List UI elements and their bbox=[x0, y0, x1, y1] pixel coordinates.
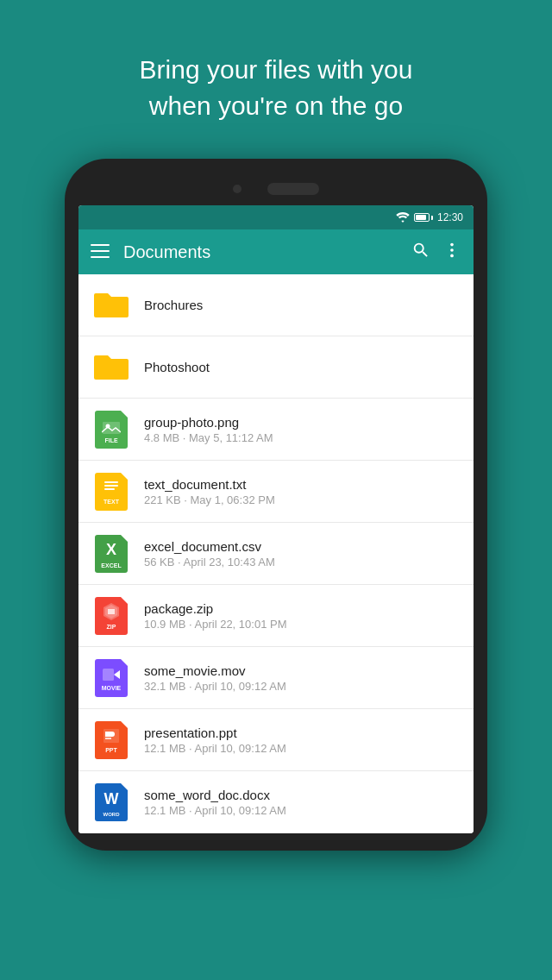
file-icon: File bbox=[92, 411, 130, 449]
svg-rect-8 bbox=[104, 481, 118, 483]
svg-marker-12 bbox=[114, 670, 120, 679]
item-meta: 12.1 MB · April 10, 09:12 AM bbox=[144, 804, 460, 817]
battery-icon bbox=[414, 213, 433, 222]
phone-top-bar bbox=[78, 176, 474, 205]
item-name: group-photo.png bbox=[144, 415, 460, 430]
svg-rect-10 bbox=[104, 488, 115, 490]
toolbar: Documents bbox=[78, 229, 474, 274]
item-text: excel_document.csv 56 KB · April 23, 10:… bbox=[144, 539, 460, 569]
item-name: excel_document.csv bbox=[144, 539, 460, 554]
file-icon: W Word bbox=[92, 783, 130, 821]
toolbar-title: Documents bbox=[123, 242, 398, 262]
list-item[interactable]: Photoshoot bbox=[78, 336, 474, 399]
item-name: Photoshoot bbox=[144, 360, 460, 374]
phone-mockup: 12:30 Documents bbox=[65, 159, 487, 851]
speaker bbox=[267, 183, 319, 195]
status-icons: 12:30 bbox=[396, 211, 463, 223]
svg-rect-2 bbox=[91, 256, 110, 258]
phone-screen: 12:30 Documents bbox=[78, 205, 474, 833]
svg-rect-9 bbox=[104, 485, 118, 487]
item-meta: 32.1 MB · April 10, 09:12 AM bbox=[144, 680, 460, 693]
more-options-icon[interactable] bbox=[442, 241, 461, 264]
file-list: Brochures Photoshoot bbox=[78, 274, 474, 833]
svg-point-5 bbox=[450, 254, 454, 257]
wifi-icon bbox=[396, 212, 410, 223]
svg-rect-6 bbox=[103, 422, 120, 434]
file-icon: PPT bbox=[92, 721, 130, 759]
item-name: presentation.ppt bbox=[144, 726, 460, 740]
status-time: 12:30 bbox=[437, 211, 463, 223]
headline-line1: Bring your files with you bbox=[140, 55, 413, 84]
file-icon: Text bbox=[92, 473, 130, 511]
folder-icon bbox=[92, 349, 130, 386]
list-item[interactable]: W Word some_word_doc.docx 12.1 MB · Apri… bbox=[78, 771, 474, 833]
item-text: presentation.ppt 12.1 MB · April 10, 09:… bbox=[144, 726, 460, 755]
status-bar: 12:30 bbox=[78, 205, 474, 229]
folder-icon bbox=[92, 286, 130, 324]
front-camera bbox=[233, 185, 242, 193]
item-meta: 56 KB · April 23, 10:43 AM bbox=[144, 556, 460, 569]
item-meta: 10.9 MB · April 22, 10:01 PM bbox=[144, 618, 460, 631]
file-icon: X Excel bbox=[92, 535, 130, 573]
list-item[interactable]: X Excel excel_document.csv 56 KB · April… bbox=[78, 523, 474, 585]
search-icon[interactable] bbox=[411, 241, 430, 264]
toolbar-actions bbox=[411, 241, 461, 264]
headline: Bring your files with you when you're on… bbox=[71, 0, 482, 159]
item-text: some_movie.mov 32.1 MB · April 10, 09:12… bbox=[144, 663, 460, 693]
item-text: some_word_doc.docx 12.1 MB · April 10, 0… bbox=[144, 788, 460, 817]
list-item[interactable]: Brochures bbox=[78, 274, 474, 336]
item-name: some_movie.mov bbox=[144, 663, 460, 678]
item-text: Brochures bbox=[144, 298, 460, 312]
item-name: Brochures bbox=[144, 298, 460, 312]
list-item[interactable]: Movie some_movie.mov 32.1 MB · April 10,… bbox=[78, 647, 474, 709]
headline-line2: when you're on the go bbox=[149, 91, 403, 120]
svg-rect-1 bbox=[91, 250, 110, 252]
svg-rect-0 bbox=[91, 244, 110, 246]
menu-icon[interactable] bbox=[91, 243, 110, 261]
item-meta: 4.8 MB · May 5, 11:12 AM bbox=[144, 431, 460, 444]
item-text: group-photo.png 4.8 MB · May 5, 11:12 AM bbox=[144, 415, 460, 444]
item-name: some_word_doc.docx bbox=[144, 788, 460, 802]
list-item[interactable]: ZIP package.zip 10.9 MB · April 22, 10:0… bbox=[78, 585, 474, 647]
item-text: text_document.txt 221 KB · May 1, 06:32 … bbox=[144, 477, 460, 506]
item-name: text_document.txt bbox=[144, 477, 460, 492]
file-icon: ZIP bbox=[92, 597, 130, 635]
item-meta: 221 KB · May 1, 06:32 PM bbox=[144, 493, 460, 506]
item-text: Photoshoot bbox=[144, 360, 460, 374]
list-item[interactable]: Text text_document.txt 221 KB · May 1, 0… bbox=[78, 461, 474, 523]
svg-rect-11 bbox=[103, 669, 114, 681]
svg-point-4 bbox=[450, 248, 454, 252]
item-name: package.zip bbox=[144, 601, 460, 616]
item-text: package.zip 10.9 MB · April 22, 10:01 PM bbox=[144, 601, 460, 631]
list-item[interactable]: File group-photo.png 4.8 MB · May 5, 11:… bbox=[78, 399, 474, 461]
item-meta: 12.1 MB · April 10, 09:12 AM bbox=[144, 742, 460, 755]
svg-point-3 bbox=[450, 242, 454, 246]
list-item[interactable]: PPT presentation.ppt 12.1 MB · April 10,… bbox=[78, 709, 474, 771]
file-icon: Movie bbox=[92, 659, 130, 697]
